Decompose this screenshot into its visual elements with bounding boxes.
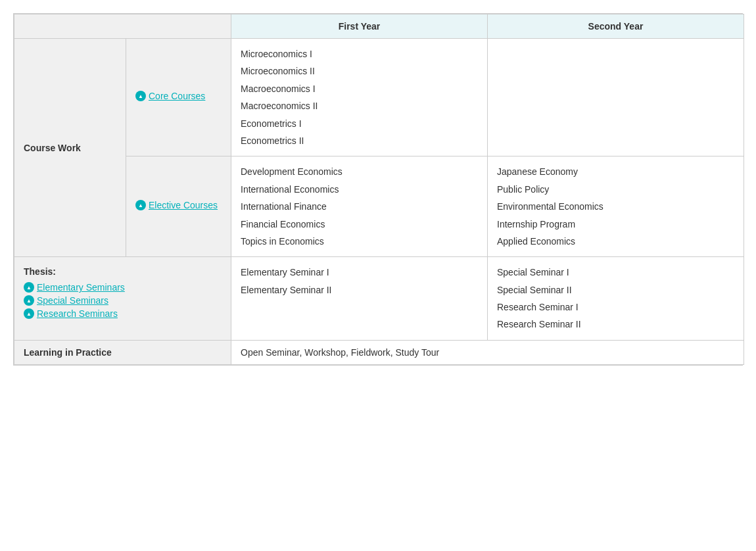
core-courses-label[interactable]: Core Courses bbox=[149, 91, 205, 101]
elective-courses-icon bbox=[135, 200, 146, 210]
elementary-seminars-link[interactable]: Elementary Seminars bbox=[24, 282, 222, 293]
list-item: Special Seminar I bbox=[497, 264, 734, 281]
core-first-year-list: Microeconomics I Microeconomics II Macro… bbox=[241, 45, 478, 149]
thesis-second-year-list: Special Seminar I Special Seminar II Res… bbox=[497, 264, 734, 333]
thesis-first-year-cell: Elementary Seminar I Elementary Seminar … bbox=[231, 257, 488, 341]
core-courses-icon bbox=[135, 91, 146, 101]
elective-courses-cell: Elective Courses bbox=[126, 156, 231, 257]
thesis-first-year-list: Elementary Seminar I Elementary Seminar … bbox=[241, 264, 478, 299]
elective-first-year-list: Development Economics International Econ… bbox=[241, 163, 478, 250]
header-empty-cell bbox=[14, 14, 231, 39]
list-item: Macroeconomics II bbox=[241, 97, 478, 114]
list-item: Japanese Economy bbox=[497, 163, 734, 180]
elective-first-year-cell: Development Economics International Econ… bbox=[231, 156, 488, 257]
list-item: Special Seminar II bbox=[497, 281, 734, 299]
list-item: International Finance bbox=[241, 198, 478, 215]
list-item: Research Seminar II bbox=[497, 316, 734, 333]
core-courses-cell: Core Courses bbox=[126, 39, 231, 156]
special-seminars-icon bbox=[24, 295, 34, 306]
list-item: Applied Economics bbox=[497, 233, 734, 250]
list-item: Topics in Economics bbox=[241, 233, 478, 250]
core-first-year-cell: Microeconomics I Microeconomics II Macro… bbox=[231, 39, 488, 156]
core-courses-link[interactable]: Core Courses bbox=[135, 91, 222, 101]
elementary-seminars-label[interactable]: Elementary Seminars bbox=[37, 282, 125, 293]
list-item: Econometrics II bbox=[241, 132, 478, 149]
learning-row: Learning in Practice Open Seminar, Works… bbox=[14, 340, 744, 364]
header-second-year: Second Year bbox=[488, 14, 744, 39]
curriculum-table: First Year Second Year Course Work Core … bbox=[13, 13, 743, 366]
header-first-year: First Year bbox=[231, 14, 488, 39]
research-seminars-label[interactable]: Research Seminars bbox=[37, 308, 118, 319]
special-seminars-label[interactable]: Special Seminars bbox=[37, 295, 108, 306]
list-item: Public Policy bbox=[497, 181, 734, 198]
list-item: Development Economics bbox=[241, 163, 478, 180]
elective-second-year-list: Japanese Economy Public Policy Environme… bbox=[497, 163, 734, 250]
elementary-seminars-icon bbox=[24, 282, 34, 293]
thesis-row: Thesis: Elementary Seminars Special Semi… bbox=[14, 257, 744, 341]
research-seminars-link[interactable]: Research Seminars bbox=[24, 308, 222, 319]
core-second-year-cell bbox=[488, 39, 744, 156]
list-item: Financial Economics bbox=[241, 216, 478, 233]
elective-courses-label[interactable]: Elective Courses bbox=[149, 200, 218, 210]
list-item: Microeconomics I bbox=[241, 45, 478, 62]
elective-courses-link[interactable]: Elective Courses bbox=[135, 200, 222, 210]
list-item: Environmental Economics bbox=[497, 198, 734, 215]
research-seminars-icon bbox=[24, 308, 34, 319]
learning-label: Learning in Practice bbox=[14, 340, 231, 364]
list-item: Econometrics I bbox=[241, 115, 478, 132]
header-row: First Year Second Year bbox=[14, 14, 744, 39]
thesis-cell: Thesis: Elementary Seminars Special Semi… bbox=[14, 257, 231, 341]
thesis-second-year-cell: Special Seminar I Special Seminar II Res… bbox=[488, 257, 744, 341]
list-item: International Economics bbox=[241, 181, 478, 198]
learning-content: Open Seminar, Workshop, Fieldwork, Study… bbox=[231, 340, 744, 364]
special-seminars-link[interactable]: Special Seminars bbox=[24, 295, 222, 306]
list-item: Research Seminar I bbox=[497, 299, 734, 316]
list-item: Macroeconomics I bbox=[241, 80, 478, 97]
elective-second-year-cell: Japanese Economy Public Policy Environme… bbox=[488, 156, 744, 257]
course-work-label: Course Work bbox=[14, 39, 126, 257]
list-item: Elementary Seminar II bbox=[241, 281, 478, 299]
list-item: Microeconomics II bbox=[241, 62, 478, 80]
list-item: Internship Program bbox=[497, 216, 734, 233]
list-item: Elementary Seminar I bbox=[241, 264, 478, 281]
course-work-core-row: Course Work Core Courses Microeconomics … bbox=[14, 39, 744, 156]
thesis-title: Thesis: bbox=[24, 266, 222, 277]
